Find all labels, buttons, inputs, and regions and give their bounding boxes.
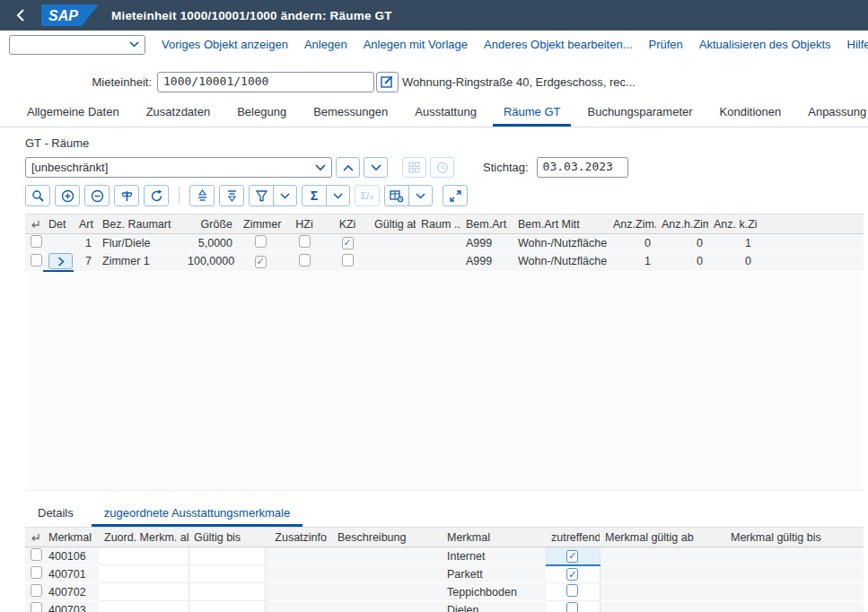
- menu-link-0[interactable]: Voriges Objekt anzeigen: [162, 38, 288, 51]
- find-button[interactable]: [25, 185, 50, 206]
- table-settings-button[interactable]: [385, 186, 408, 205]
- back-icon[interactable]: [11, 6, 29, 24]
- tab-strip: Allgemeine DatenZusatzdatenBelegungBemes…: [0, 101, 868, 127]
- col-zimmer[interactable]: Zimmer: [238, 214, 283, 234]
- col-beschreibung[interactable]: Beschreibung: [332, 528, 442, 547]
- col-art[interactable]: Art: [74, 214, 97, 234]
- zutreffend-checkbox[interactable]: [566, 568, 578, 581]
- cell-zuord-merkm-ab[interactable]: [99, 583, 189, 601]
- tab-details[interactable]: Details: [25, 503, 86, 527]
- col-bem-art[interactable]: Bem.Art: [460, 214, 513, 234]
- cell-beschreibung: [332, 547, 442, 565]
- zutreffend-checkbox[interactable]: [566, 584, 578, 597]
- selection-arrow-icon: [31, 219, 40, 229]
- command-field[interactable]: [9, 35, 145, 55]
- col-bez-raumart[interactable]: Bez. Raumart: [97, 214, 182, 234]
- menu-link-1[interactable]: Anlegen: [304, 38, 347, 51]
- col-kzi[interactable]: KZi: [326, 214, 369, 234]
- sort-descending-button[interactable]: [219, 185, 244, 206]
- filter-button[interactable]: [250, 186, 273, 205]
- cell-gueltig-bis[interactable]: [189, 565, 265, 583]
- row-select-checkbox[interactable]: [31, 566, 42, 579]
- cell-merkmal: 400701: [43, 565, 99, 583]
- range-select[interactable]: [unbeschränkt]: [25, 157, 332, 178]
- col-bem-art-mitt[interactable]: Bem.Art Mitt: [513, 214, 608, 234]
- detail-button[interactable]: [48, 253, 73, 269]
- cell-zuord-merkm-ab[interactable]: [99, 547, 189, 565]
- tab-ausstattung[interactable]: Ausstattung: [404, 101, 487, 127]
- row-select-checkbox[interactable]: [31, 548, 42, 561]
- select-all-cell[interactable]: [25, 214, 43, 234]
- col-merkmal[interactable]: Merkmal: [43, 528, 99, 547]
- col-merkmal-gueltig-ab[interactable]: Merkmal gültig ab: [600, 528, 725, 547]
- zoom-in-button[interactable]: [55, 185, 80, 206]
- menu-link-3[interactable]: Anderes Objekt bearbeiten...: [484, 38, 633, 51]
- zimmer-checkbox[interactable]: [255, 235, 267, 248]
- col-zusatzinfo[interactable]: Zusatzinfo: [265, 528, 332, 547]
- tab-belegung[interactable]: Belegung: [226, 101, 297, 127]
- col-hzi[interactable]: HZi: [283, 214, 326, 234]
- tab-räume-gt[interactable]: Räume GT: [493, 101, 572, 127]
- zutreffend-checkbox[interactable]: [566, 550, 578, 563]
- menu-link-6[interactable]: Hilfe anzeigen: [847, 38, 868, 51]
- check-entries-button[interactable]: [114, 185, 139, 206]
- sort-ascending-button[interactable]: [189, 185, 215, 206]
- previous-interval-button[interactable]: [336, 157, 360, 178]
- zoom-out-icon: [91, 189, 104, 203]
- zutreffend-checkbox[interactable]: [566, 602, 578, 612]
- tab-konditionen[interactable]: Konditionen: [709, 101, 793, 127]
- col-gueltig-bis[interactable]: Gültig bis: [189, 528, 265, 547]
- zimmer-checkbox[interactable]: [255, 256, 267, 268]
- filter-menu-button[interactable]: [273, 186, 296, 205]
- col-anz-zim[interactable]: Anz.Zim.: [608, 214, 656, 234]
- tab-anpassung[interactable]: Anpassung: [797, 101, 868, 127]
- cell-zuord-merkm-ab[interactable]: [99, 601, 189, 612]
- tab-bemessungen[interactable]: Bemessungen: [302, 101, 399, 127]
- row-select-checkbox[interactable]: [31, 602, 42, 612]
- row-select-checkbox[interactable]: [31, 235, 42, 248]
- cell-gueltig-bis[interactable]: [189, 601, 265, 612]
- menu-link-2[interactable]: Anlegen mit Vorlage: [364, 38, 468, 51]
- chevron-right-icon: [57, 257, 65, 267]
- tab-buchungsparameter[interactable]: Buchungsparameter: [576, 101, 703, 127]
- expand-button[interactable]: [443, 185, 468, 206]
- kzi-checkbox[interactable]: [342, 254, 354, 267]
- tab-merkmale[interactable]: zugeordnete Ausstattungsmerkmale: [92, 503, 302, 527]
- col-zutreffend[interactable]: zutreffend: [546, 528, 600, 547]
- stichtag-input[interactable]: 03.03.2023: [537, 157, 628, 178]
- col-anz-h-zim[interactable]: Anz.h.Zim.: [656, 214, 708, 234]
- tab-zusatzdaten[interactable]: Zusatzdaten: [136, 101, 222, 127]
- col-merkmal-gueltig-bis[interactable]: Merkmal gültig bis: [725, 528, 851, 547]
- hzi-checkbox[interactable]: [299, 235, 311, 248]
- col-zuord-merkm-ab[interactable]: Zuord. Merkm. ab: [99, 528, 189, 547]
- col-raum[interactable]: Raum ...: [416, 214, 460, 234]
- hzi-checkbox[interactable]: [299, 254, 311, 267]
- row-select-checkbox[interactable]: [31, 254, 42, 267]
- sum-split-button: Σ: [302, 185, 350, 206]
- table-settings-menu-button[interactable]: [408, 186, 432, 205]
- cell-gueltig-bis[interactable]: [189, 547, 265, 565]
- tab-allgemeine-daten[interactable]: Allgemeine Daten: [16, 101, 130, 127]
- cell-gueltig-bis[interactable]: [189, 583, 265, 601]
- next-interval-button[interactable]: [364, 157, 388, 178]
- zoom-out-button[interactable]: [84, 185, 110, 206]
- kzi-checkbox[interactable]: [342, 237, 354, 249]
- col-gueltig-ab[interactable]: Gültig ab: [369, 214, 416, 234]
- edit-button[interactable]: [376, 72, 399, 92]
- refresh-button[interactable]: [144, 185, 169, 206]
- row-select-checkbox[interactable]: [31, 584, 42, 597]
- col-groesse[interactable]: Größe: [182, 214, 238, 234]
- cell-zuord-merkm-ab[interactable]: [99, 565, 189, 583]
- menu-link-5[interactable]: Aktualisieren des Objekts: [699, 38, 831, 51]
- col-anz-k-zi[interactable]: Anz. k.Zi.: [708, 214, 757, 234]
- select-all-cell[interactable]: [25, 528, 43, 547]
- mieteinheit-input[interactable]: 1000/10001/1000: [157, 72, 374, 92]
- subtotal-icon: Σ/₂: [361, 190, 374, 201]
- col-merkmal-text[interactable]: Merkmal: [442, 528, 546, 547]
- sum-menu-button[interactable]: [326, 186, 349, 205]
- object-description: Wohnung-Ringstraße 40, Erdgeschoss, rec.…: [402, 75, 636, 89]
- menu-link-4[interactable]: Prüfen: [649, 38, 683, 51]
- filter-split-button: [249, 185, 297, 206]
- sum-button[interactable]: Σ: [302, 186, 326, 205]
- col-det[interactable]: Det: [43, 214, 74, 234]
